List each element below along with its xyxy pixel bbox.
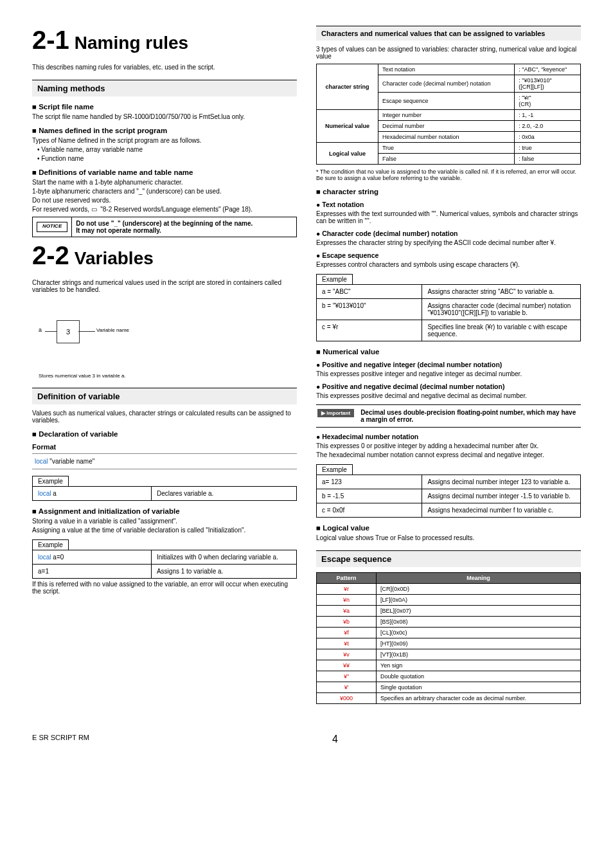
notice-box: NOTICE Do not use "_" (underscore) at th… (32, 217, 297, 237)
heading-character-string: character string (316, 188, 581, 195)
text-hex-1: This expresses 0 or positive integer by … (316, 442, 581, 449)
notice-label: NOTICE (37, 222, 67, 232)
escape-pattern: ¥r (317, 584, 377, 595)
footer-left: E SR SCRIPT RM (32, 734, 89, 745)
heading-pos-neg-int: Positive and negative integer (decimal n… (316, 361, 581, 368)
book-icon (91, 206, 99, 213)
text-def-1: Start the name with a 1-byte alphanumeri… (32, 179, 297, 186)
important-badge: Important (317, 409, 354, 417)
heading-naming-methods: Naming methods (32, 80, 297, 96)
heading-definition-of-variable: Definition of variable (32, 388, 297, 404)
text-names-defined: Types of Name defined in the script prog… (32, 137, 297, 144)
variable-diagram: a 3 Variable name (39, 301, 297, 372)
important-text: Decimal uses double-precision floating-p… (360, 409, 580, 423)
notice-text: Do not use "_" (underscore) at the begin… (71, 217, 296, 237)
escape-meaning: [BS](0x08) (377, 617, 581, 628)
text-escape-seq: Expresses control characters and symbols… (316, 261, 581, 268)
escape-pattern: ¥t (317, 638, 377, 649)
text-three-types: 3 types of values can be assigned to var… (316, 46, 581, 60)
escape-meaning: [LF](0x0A) (377, 595, 581, 606)
section-2-2-intro: Character strings and numerical values u… (32, 279, 297, 293)
text-def-4: For reserved words, "8-2 Reserved words/… (32, 206, 297, 213)
text-assignment-2: Assigning a value at the time of variabl… (32, 527, 297, 534)
heading-definitions: Definitions of variable name and table n… (32, 168, 297, 176)
important-note: Important Decimal uses double-precision … (316, 404, 581, 428)
text-error-note: If this is referred with no value assign… (32, 581, 297, 595)
text-logical-value: Logical value shows True or False to pro… (316, 534, 581, 541)
heading-pos-neg-dec: Positive and negative decimal (decimal n… (316, 383, 581, 390)
heading-logical-value: Logical value (316, 524, 581, 532)
heading-script-file-name: Script file name (32, 103, 297, 111)
example-assignment: local a=0Initializes with 0 when declari… (32, 550, 297, 579)
escape-pattern: ¥a (317, 606, 377, 617)
text-hex-2: The hexadecimal number notation cannot e… (316, 451, 581, 458)
text-def-3: Do not use reserved words. (32, 197, 297, 204)
heading-declaration: Declaration of variable (32, 430, 297, 438)
bullet-variable-name: Variable name, array variable name (32, 146, 297, 153)
format-box: local "variable name" (32, 453, 297, 469)
section-2-1-intro: This describes naming rules for variable… (32, 64, 297, 71)
escape-meaning: [CL](0x0c) (377, 628, 581, 638)
heading-names-defined: Names defined in the script program (32, 127, 297, 134)
escape-meaning: Double quotation (377, 671, 581, 682)
example-label: Example (316, 274, 353, 285)
escape-meaning: [HT](0x09) (377, 638, 581, 649)
heading-characters-numerical: Characters and numerical values that can… (316, 26, 581, 41)
text-definition-of-variable: Values such as numerical values, charact… (32, 410, 297, 424)
escape-meaning: [BEL](0x07) (377, 606, 581, 617)
escape-meaning: [VT](0x1B) (377, 649, 581, 660)
page-footer: E SR SCRIPT RM 4 (32, 734, 581, 745)
escape-meaning: Single quotation (377, 682, 581, 693)
escape-pattern: ¥n (317, 595, 377, 606)
example-declaration: local aDeclares variable a. (32, 486, 297, 501)
text-char-code: Expresses the character string by specif… (316, 239, 581, 246)
heading-escape-seq: Escape sequence (316, 251, 581, 259)
escape-pattern: ¥" (317, 671, 377, 682)
heading-text-notation: Text notation (316, 201, 581, 208)
section-2-1-heading: 2-1Naming rules (32, 26, 297, 55)
bullet-function-name: Function name (32, 155, 297, 162)
footer-page-number: 4 (332, 734, 338, 745)
text-script-file-name: The script file name handled by SR-1000/… (32, 113, 297, 120)
section-2-2-heading: 2-2Variables (32, 241, 297, 270)
format-label: Format (32, 443, 297, 451)
escape-meaning: [CR](0x0D) (377, 584, 581, 595)
example-label: Example (316, 464, 353, 475)
escape-meaning: Yen sign (377, 660, 581, 671)
heading-numerical-value: Numerical value (316, 348, 581, 356)
escape-meaning: Specifies an arbitrary character code as… (377, 693, 581, 704)
text-def-2: 1-byte alphanumeric characters and "_" (… (32, 188, 297, 195)
diagram-caption: Stores numerical value 3 in variable a. (39, 373, 297, 379)
example-char-string: a = "ABC"Assigns character string "ABC" … (316, 284, 581, 341)
heading-hex: Hexadecimal number notation (316, 433, 581, 440)
example-label: Example (32, 476, 69, 487)
escape-pattern: ¥v (317, 649, 377, 660)
heading-escape-sequence: Escape sequence (316, 550, 581, 567)
example-label: Example (32, 539, 69, 550)
escape-pattern: ¥¥ (317, 660, 377, 671)
escape-pattern: ¥b (317, 617, 377, 628)
heading-assignment: Assignment and initialization of variabl… (32, 507, 297, 515)
text-pos-neg-int: This expresses positive integer and nega… (316, 370, 581, 377)
example-numerical: a= 123Assigns decimal number integer 123… (316, 475, 581, 518)
text-assignment-1: Storing a value in a variable is called … (32, 518, 297, 525)
escape-pattern: ¥' (317, 682, 377, 693)
escape-pattern: ¥f (317, 628, 377, 638)
text-text-notation: Expresses with the text surrounded with … (316, 210, 581, 224)
text-pos-neg-dec: This expresses positive decimal and nega… (316, 392, 581, 399)
value-types-table: character stringText notation: "ABC", "k… (316, 64, 581, 165)
heading-char-code: Character code (decimal number) notation (316, 230, 581, 237)
nil-note: * The condition that no value is assigne… (316, 168, 581, 181)
escape-sequence-table: PatternMeaning ¥r[CR](0x0D)¥n[LF](0x0A)¥… (316, 572, 581, 704)
escape-pattern: ¥000 (317, 693, 377, 704)
